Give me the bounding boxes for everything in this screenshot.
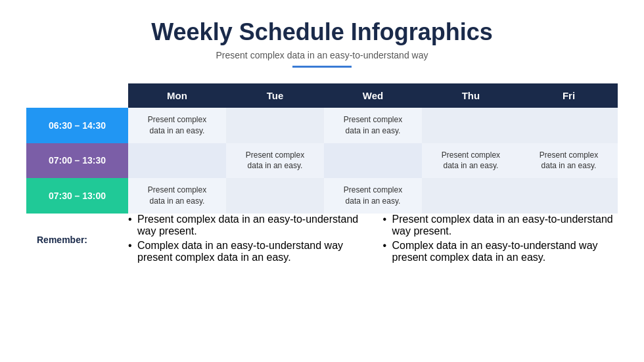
data-cell-row0-col1 xyxy=(226,108,324,143)
title-underline xyxy=(292,66,352,68)
data-cell-row2-col2: Present complex data in an easy. xyxy=(324,178,422,214)
data-cell-row2-col1 xyxy=(226,178,324,214)
page-title: Weekly Schedule Infographics xyxy=(151,18,493,46)
header-thu: Thu xyxy=(422,83,520,108)
data-cell-row2-col4 xyxy=(520,178,618,214)
remember-group-1: Present complex data in an easy-to-under… xyxy=(383,214,618,266)
header-label-col xyxy=(26,83,128,108)
data-cell-row1-col3: Present complex data in an easy. xyxy=(422,143,520,179)
remember-content: Present complex data in an easy-to-under… xyxy=(128,214,618,266)
remember-bullet: Present complex data in an easy-to-under… xyxy=(128,214,363,237)
header-row: Mon Tue Wed Thu Fri xyxy=(26,83,618,108)
time-cell-1: 07:00 – 13:30 xyxy=(26,143,128,179)
data-cell-row0-col3 xyxy=(422,108,520,143)
data-cell-row1-col0 xyxy=(128,143,226,179)
schedule-table: Mon Tue Wed Thu Fri 06:30 – 14:30Present… xyxy=(26,83,618,266)
remember-bullet: Complex data in an easy-to-understand wa… xyxy=(128,240,363,263)
table-row: 06:30 – 14:30Present complex data in an … xyxy=(26,108,618,143)
schedule-wrapper: Mon Tue Wed Thu Fri 06:30 – 14:30Present… xyxy=(26,83,618,266)
header-mon: Mon xyxy=(128,83,226,108)
table-row: 07:30 – 13:00Present complex data in an … xyxy=(26,178,618,214)
remember-label: Remember: xyxy=(26,214,128,266)
data-cell-row2-col3 xyxy=(422,178,520,214)
data-cell-row0-col0: Present complex data in an easy. xyxy=(128,108,226,143)
header-tue: Tue xyxy=(226,83,324,108)
time-cell-2: 07:30 – 13:00 xyxy=(26,178,128,214)
remember-bullet: Complex data in an easy-to-understand wa… xyxy=(383,240,618,263)
remember-row: Remember:Present complex data in an easy… xyxy=(26,214,618,266)
data-cell-row0-col2: Present complex data in an easy. xyxy=(324,108,422,143)
data-cell-row0-col4 xyxy=(520,108,618,143)
remember-bullet: Present complex data in an easy-to-under… xyxy=(383,214,618,237)
data-cell-row1-col2 xyxy=(324,143,422,179)
page-subtitle: Present complex data in an easy-to-under… xyxy=(216,50,428,60)
data-cell-row1-col1: Present complex data in an easy. xyxy=(226,143,324,179)
data-cell-row2-col0: Present complex data in an easy. xyxy=(128,178,226,214)
header-wed: Wed xyxy=(324,83,422,108)
header-fri: Fri xyxy=(520,83,618,108)
data-cell-row1-col4: Present complex data in an easy. xyxy=(520,143,618,179)
time-cell-0: 06:30 – 14:30 xyxy=(26,108,128,143)
remember-group-0: Present complex data in an easy-to-under… xyxy=(128,214,363,266)
table-row: 07:00 – 13:30Present complex data in an … xyxy=(26,143,618,179)
